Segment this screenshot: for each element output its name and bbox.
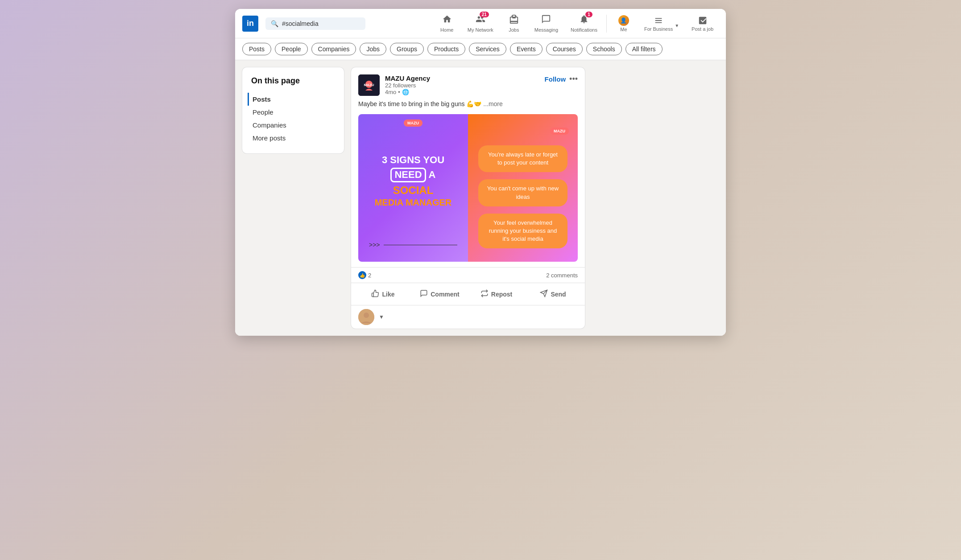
filter-products[interactable]: Products bbox=[427, 43, 465, 55]
filter-jobs[interactable]: Jobs bbox=[360, 43, 386, 55]
notifications-badge: 1 bbox=[585, 12, 592, 17]
follow-button[interactable]: Follow bbox=[545, 75, 566, 83]
mynetwork-badge: 21 bbox=[480, 12, 489, 17]
top-nav: in 🔍 Home 21 My Network bbox=[235, 9, 726, 38]
search-icon: 🔍 bbox=[271, 20, 278, 27]
arrows-line: >>> bbox=[369, 241, 457, 248]
media-manager-text: MEDIA MANAGER bbox=[369, 197, 457, 208]
comment-button[interactable]: Comment bbox=[411, 285, 468, 303]
me-label: Me bbox=[620, 27, 627, 32]
main-content: On this page Posts People Companies More… bbox=[235, 60, 726, 336]
post-followers: 22 followers bbox=[385, 82, 539, 89]
filter-bar: Posts People Companies Jobs Groups Produ… bbox=[235, 38, 726, 60]
post-job-label: Post a job bbox=[692, 26, 713, 32]
linkedin-logo[interactable]: in bbox=[242, 16, 258, 32]
home-label: Home bbox=[440, 27, 453, 33]
nav-item-me[interactable]: 👤 Me bbox=[610, 13, 637, 34]
sidebar-item-more-posts[interactable]: More posts bbox=[248, 132, 335, 144]
notifications-label: Notifications bbox=[571, 27, 597, 33]
search-bar[interactable]: 🔍 bbox=[265, 17, 365, 30]
me-avatar: 👤 bbox=[618, 15, 629, 26]
sidebar-item-companies[interactable]: Companies bbox=[248, 119, 335, 132]
sidebar-card: On this page Posts People Companies More… bbox=[242, 67, 344, 153]
more-link[interactable]: ...more bbox=[483, 100, 503, 107]
post-company-name[interactable]: MAZU Agency bbox=[385, 74, 539, 82]
mynetwork-label: My Network bbox=[468, 27, 493, 33]
filter-groups[interactable]: Groups bbox=[390, 43, 424, 55]
svg-point-6 bbox=[364, 313, 369, 318]
sidebar-title: On this page bbox=[251, 76, 335, 86]
sidebar-item-posts[interactable]: Posts bbox=[248, 93, 335, 106]
nav-item-for-business[interactable]: For Business ▼ bbox=[639, 14, 684, 33]
send-button[interactable]: Send bbox=[525, 285, 581, 303]
bubble-2: You can't come up with new ideas bbox=[478, 179, 567, 206]
search-input[interactable] bbox=[282, 20, 360, 27]
mazu-logo-left: MAZU bbox=[404, 119, 423, 127]
filter-courses[interactable]: Courses bbox=[546, 43, 583, 55]
comment-count[interactable]: 2 comments bbox=[546, 272, 578, 279]
need-word: NEED bbox=[390, 168, 426, 182]
messaging-icon bbox=[541, 14, 551, 26]
post-text: Maybe it's time to bring in the big guns… bbox=[351, 99, 585, 114]
sidebar-item-people[interactable]: People bbox=[248, 106, 335, 119]
more-options-button[interactable]: ••• bbox=[569, 74, 578, 84]
my-network-icon: 21 bbox=[476, 14, 485, 26]
bubble-3: Your feel overwhelmed running your busin… bbox=[478, 214, 567, 249]
for-business-label: For Business bbox=[644, 26, 673, 32]
home-icon bbox=[442, 14, 452, 26]
image-left-panel: MAZU 3 SIGNS YOU NEED A SOCIAL MEDIA MAN… bbox=[358, 114, 468, 262]
signs-headline: 3 SIGNS YOU NEED A SOCIAL MEDIA MANAGER bbox=[369, 154, 457, 208]
commenter-avatar bbox=[358, 309, 374, 325]
send-action-icon bbox=[540, 289, 548, 299]
like-emoji-icon: 👍 bbox=[358, 271, 366, 279]
like-count: 👍 2 bbox=[358, 271, 371, 279]
browser-window: in 🔍 Home 21 My Network bbox=[235, 9, 726, 336]
post-time: 4mo • 🌐 bbox=[385, 89, 539, 95]
mazu-logo-right: MAZU bbox=[550, 128, 569, 135]
post-meta: MAZU Agency 22 followers 4mo • 🌐 bbox=[385, 74, 539, 95]
svg-text:MAZU: MAZU bbox=[364, 83, 374, 87]
nav-item-notifications[interactable]: 1 Notifications bbox=[565, 12, 603, 34]
post-action-bar: Like Comment Repost bbox=[351, 283, 585, 305]
repost-button[interactable]: Repost bbox=[468, 285, 525, 303]
right-panel bbox=[592, 60, 726, 336]
filter-companies[interactable]: Companies bbox=[311, 43, 356, 55]
comment-input-area: ▼ bbox=[351, 305, 585, 329]
jobs-icon bbox=[509, 14, 519, 26]
image-right-panel: MAZU You're always late or forget to pos… bbox=[468, 114, 578, 262]
bubble-1: You're always late or forget to post you… bbox=[478, 145, 567, 172]
sidebar: On this page Posts People Companies More… bbox=[235, 60, 351, 336]
nav-items: Home 21 My Network Jobs Messaging bbox=[434, 12, 719, 34]
post-actions-top: Follow ••• bbox=[545, 74, 578, 84]
filter-people[interactable]: People bbox=[275, 43, 308, 55]
filter-posts[interactable]: Posts bbox=[242, 43, 271, 55]
jobs-label: Jobs bbox=[509, 27, 519, 33]
for-business-chevron: ▼ bbox=[675, 23, 679, 28]
nav-item-jobs[interactable]: Jobs bbox=[501, 12, 527, 34]
messaging-label: Messaging bbox=[534, 27, 558, 33]
filter-all-filters[interactable]: All filters bbox=[625, 43, 663, 55]
nav-divider bbox=[606, 15, 607, 33]
comment-action-icon bbox=[420, 289, 428, 299]
filter-services[interactable]: Services bbox=[469, 43, 506, 55]
post-stats: 👍 2 2 comments bbox=[351, 267, 585, 283]
post-image-container: MAZU 3 SIGNS YOU NEED A SOCIAL MEDIA MAN… bbox=[358, 114, 578, 262]
likes-number: 2 bbox=[368, 272, 371, 279]
nav-item-home[interactable]: Home bbox=[434, 12, 460, 34]
filter-schools[interactable]: Schools bbox=[586, 43, 622, 55]
notifications-icon: 1 bbox=[579, 14, 589, 26]
post-avatar: MAZU bbox=[358, 74, 380, 96]
post-header: MAZU MAZU Agency 22 followers 4mo • 🌐 bbox=[351, 67, 585, 99]
like-action-icon bbox=[371, 289, 379, 299]
globe-icon: 🌐 bbox=[402, 89, 409, 95]
a-word: A bbox=[429, 169, 436, 181]
filter-events[interactable]: Events bbox=[510, 43, 543, 55]
dropdown-arrow[interactable]: ▼ bbox=[379, 314, 384, 320]
social-word: SOCIAL bbox=[369, 184, 457, 197]
repost-action-icon bbox=[480, 289, 489, 299]
like-button[interactable]: Like bbox=[355, 285, 411, 303]
nav-item-messaging[interactable]: Messaging bbox=[529, 12, 563, 34]
nav-item-mynetwork[interactable]: 21 My Network bbox=[462, 12, 499, 34]
nav-item-post-job[interactable]: Post a job bbox=[686, 14, 719, 33]
arrows-icon: >>> bbox=[369, 241, 380, 248]
